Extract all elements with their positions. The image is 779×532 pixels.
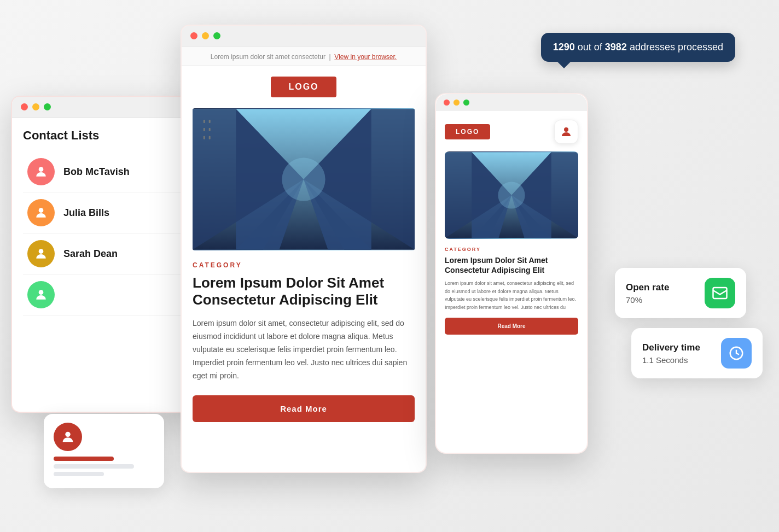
progress-total: 3982 bbox=[605, 42, 627, 52]
delivery-time-card: Delivery time 1.1 Seconds bbox=[631, 328, 763, 378]
mobile-close-dot bbox=[444, 100, 450, 106]
user-icon bbox=[60, 429, 75, 445]
close-dot bbox=[190, 32, 197, 39]
contact-item[interactable]: Sarah Dean bbox=[23, 233, 185, 274]
email-body: LOGO bbox=[182, 66, 426, 433]
minimize-dot bbox=[202, 32, 209, 39]
card-lines bbox=[54, 457, 154, 476]
open-rate-icon-container bbox=[705, 278, 735, 308]
clock-icon bbox=[728, 345, 745, 361]
progress-count: 1290 bbox=[553, 42, 575, 52]
mobile-body-text: Lorem ipsum dolor sit amet, consectetur … bbox=[445, 279, 578, 311]
contact-item[interactable]: Julia Bills bbox=[23, 192, 185, 233]
topbar-text: Lorem ipsum dolor sit amet consectetur bbox=[211, 53, 325, 61]
open-rate-value: 70% bbox=[626, 295, 669, 305]
contact-list-title: Contact Lists bbox=[23, 128, 185, 143]
contact-name-julia: Julia Bills bbox=[63, 207, 109, 219]
svg-rect-16 bbox=[204, 136, 205, 139]
mobile-titlebar bbox=[436, 94, 587, 111]
svg-point-27 bbox=[498, 182, 525, 208]
delivery-time-value: 1.1 Seconds bbox=[642, 355, 700, 365]
progress-text-before: out of bbox=[578, 42, 605, 52]
delivery-time-label: Delivery time bbox=[642, 342, 700, 353]
email-window-titlebar bbox=[182, 26, 426, 46]
avatar-bob bbox=[27, 158, 55, 185]
svg-point-0 bbox=[39, 167, 44, 172]
mobile-building-illustration bbox=[445, 151, 578, 239]
svg-point-1 bbox=[39, 208, 44, 213]
view-in-browser-link[interactable]: View in your browser. bbox=[334, 53, 397, 61]
open-rate-info: Open rate 70% bbox=[626, 282, 669, 305]
svg-point-19 bbox=[564, 127, 568, 132]
close-dot bbox=[21, 103, 28, 110]
svg-rect-12 bbox=[204, 120, 205, 123]
email-logo-bar: LOGO bbox=[193, 77, 415, 97]
maximize-dot bbox=[44, 103, 51, 110]
mobile-category: CATEGORY bbox=[445, 247, 578, 252]
svg-point-4 bbox=[65, 432, 70, 437]
email-logo-button[interactable]: LOGO bbox=[271, 77, 336, 97]
mobile-minimize-dot bbox=[454, 100, 460, 106]
svg-rect-14 bbox=[204, 128, 205, 131]
email-topbar: Lorem ipsum dolor sit amet consectetur |… bbox=[182, 46, 426, 66]
svg-point-3 bbox=[39, 290, 44, 295]
avatar-sarah bbox=[27, 240, 55, 267]
email-hero-image bbox=[193, 108, 415, 250]
mobile-headline: Lorem Ipsum Dolor Sit Amet Consectetur A… bbox=[445, 255, 578, 275]
user-icon bbox=[560, 125, 573, 138]
avatar-fourth bbox=[27, 281, 55, 308]
mobile-logo-row: LOGO bbox=[445, 120, 578, 144]
svg-rect-15 bbox=[209, 128, 211, 131]
contact-item[interactable] bbox=[23, 274, 185, 315]
delivery-icon-container bbox=[721, 338, 752, 369]
mobile-preview-window: LOGO bbox=[435, 93, 588, 454]
avatar-julia bbox=[27, 199, 55, 226]
minimize-dot bbox=[32, 103, 39, 110]
open-rate-card: Open rate 70% bbox=[615, 268, 746, 318]
svg-rect-28 bbox=[713, 288, 727, 299]
mobile-user-icon-container bbox=[554, 120, 578, 144]
delivery-time-info: Delivery time 1.1 Seconds bbox=[642, 342, 700, 365]
contact-name-sarah: Sarah Dean bbox=[63, 248, 118, 260]
email-category: CATEGORY bbox=[193, 261, 415, 269]
progress-text-after: addresses processed bbox=[630, 42, 723, 52]
user-icon bbox=[34, 247, 48, 261]
contact-name-bob: Bob McTavish bbox=[63, 166, 130, 178]
email-headline: Lorem Ipsum Dolor Sit Amet Consectetur A… bbox=[193, 274, 415, 308]
svg-point-2 bbox=[39, 249, 44, 254]
contact-window-titlebar bbox=[12, 97, 196, 118]
svg-rect-17 bbox=[209, 136, 211, 139]
contact-list-window: Contact Lists Bob McTavish Julia Bills S… bbox=[11, 96, 197, 413]
email-body-text: Lorem ipsum dolor sit amet, consectetur … bbox=[193, 317, 415, 382]
contact-item[interactable]: Bob McTavish bbox=[23, 151, 185, 192]
mobile-body: LOGO bbox=[436, 111, 587, 343]
user-icon bbox=[34, 165, 48, 179]
contact-list-body: Contact Lists Bob McTavish Julia Bills S… bbox=[12, 118, 196, 326]
mobile-read-more-button[interactable]: Read More bbox=[445, 318, 578, 335]
read-more-button[interactable]: Read More bbox=[193, 395, 415, 422]
bottom-floating-card bbox=[44, 414, 164, 488]
mobile-maximize-dot bbox=[463, 100, 469, 106]
open-rate-label: Open rate bbox=[626, 282, 669, 293]
email-icon bbox=[712, 285, 728, 301]
svg-rect-13 bbox=[209, 120, 211, 123]
card-avatar bbox=[54, 423, 82, 451]
maximize-dot bbox=[213, 32, 220, 39]
user-icon bbox=[34, 288, 48, 302]
user-icon bbox=[34, 206, 48, 220]
building-illustration bbox=[193, 108, 415, 250]
mobile-hero-image bbox=[445, 151, 578, 239]
svg-point-18 bbox=[282, 157, 325, 201]
email-preview-window: Lorem ipsum dolor sit amet consectetur |… bbox=[181, 25, 427, 473]
line-gray-2 bbox=[54, 472, 104, 476]
line-gray-1 bbox=[54, 464, 134, 469]
progress-badge: 1290 out of 3982 addresses processed bbox=[541, 33, 735, 62]
mobile-logo-button[interactable]: LOGO bbox=[445, 124, 490, 139]
line-accent bbox=[54, 457, 114, 461]
